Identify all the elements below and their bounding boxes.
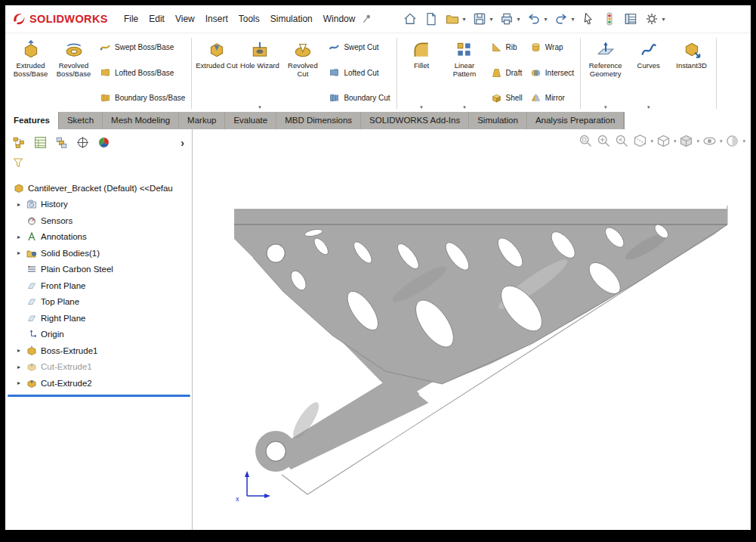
propertymanager-icon[interactable]	[34, 136, 47, 149]
shell-button[interactable]: Shell	[491, 92, 523, 104]
expand-arrow-icon[interactable]: ▸	[17, 234, 26, 240]
print-button[interactable]	[497, 9, 517, 29]
extruded-cut-button[interactable]: Extruded Cut	[195, 36, 238, 111]
tab-features[interactable]: Features	[5, 112, 59, 129]
graphics-area[interactable]: ▾ ▾ ▾ ▾ ▾	[193, 129, 751, 530]
wrap-button[interactable]: Wrap	[530, 42, 574, 53]
edit-appearance-dropdown-caret[interactable]: ▾	[742, 138, 745, 144]
display-style-dropdown-caret[interactable]: ▾	[696, 138, 699, 144]
options-button[interactable]	[642, 9, 662, 29]
task-pane-button[interactable]	[621, 9, 641, 29]
configurationmanager-icon[interactable]	[55, 136, 68, 149]
curves-button[interactable]: Curves ▾	[627, 36, 670, 111]
stoplight-button[interactable]	[600, 9, 620, 29]
edit-appearance-icon[interactable]	[724, 133, 740, 149]
flyout-expand-icon[interactable]: ›	[181, 138, 184, 148]
mirror-button[interactable]: Mirror	[530, 92, 574, 104]
tab-mbd-dimensions[interactable]: MBD Dimensions	[276, 112, 361, 129]
undo-button[interactable]	[524, 9, 545, 29]
linear-pattern-dropdown-caret[interactable]: ▾	[463, 104, 466, 111]
menu-window[interactable]: Window	[318, 11, 361, 27]
redo-dropdown-caret[interactable]: ▾	[572, 16, 575, 23]
reference-geometry-dropdown-caret[interactable]: ▾	[604, 104, 607, 111]
tree-item-root[interactable]: Cantilever_Bracket (Default) <<Defau	[5, 180, 192, 197]
tab-solidworks-add-ins[interactable]: SOLIDWORKS Add-Ins	[361, 112, 469, 129]
featuremanager-tree-icon[interactable]	[13, 136, 26, 149]
zoom-fit-icon[interactable]	[578, 133, 594, 149]
view-orientation-dropdown-caret[interactable]: ▾	[674, 138, 677, 144]
save-dropdown-caret[interactable]: ▾	[489, 16, 492, 23]
lofted-boss-base-button[interactable]: Lofted Boss/Base	[100, 67, 185, 79]
zoom-area-icon[interactable]	[596, 133, 612, 149]
tab-mesh-modeling[interactable]: Mesh Modeling	[103, 112, 179, 129]
tree-item-sensors[interactable]: Sensors	[5, 212, 192, 229]
hole-wizard-dropdown-caret[interactable]: ▾	[258, 104, 261, 111]
options-dropdown-caret[interactable]: ▾	[662, 16, 665, 23]
expand-arrow-icon[interactable]: ▸	[17, 347, 26, 354]
rib-button[interactable]: Rib	[491, 42, 523, 53]
swept-cut-button[interactable]: Swept Cut	[329, 42, 390, 53]
tab-analysis-preparation[interactable]: Analysis Preparation	[527, 112, 624, 129]
tree-item-annotations[interactable]: ▸ Annotations	[5, 229, 192, 246]
tree-item-history[interactable]: ▸ History	[5, 197, 192, 213]
tab-markup[interactable]: Markup	[179, 112, 225, 129]
instant3d-button[interactable]: Instant3D	[670, 36, 713, 111]
menu-pin-button[interactable]	[362, 14, 372, 24]
tree-item-plain-carbon-steel[interactable]: Plain Carbon Steel	[5, 262, 192, 278]
hide-show-dropdown-caret[interactable]: ▾	[720, 138, 723, 144]
rollback-bar[interactable]	[8, 395, 190, 398]
tree-item-solid-bodies[interactable]: ▸ Solid Bodies(1)	[5, 245, 192, 262]
previous-view-icon[interactable]	[614, 133, 630, 149]
section-view-dropdown-caret[interactable]: ▾	[650, 138, 653, 144]
open-button[interactable]	[442, 9, 462, 29]
expand-arrow-icon[interactable]: ▸	[17, 249, 26, 256]
hole-wizard-button[interactable]: Hole Wizard ▾	[238, 36, 281, 111]
menu-view[interactable]: View	[170, 11, 200, 27]
view-orientation-icon[interactable]	[656, 133, 671, 149]
draft-button[interactable]: Draft	[491, 67, 523, 79]
tab-simulation[interactable]: Simulation	[469, 112, 527, 129]
revolved-cut-button[interactable]: Revolved Cut	[281, 36, 324, 111]
menu-simulation[interactable]: Simulation	[265, 11, 318, 27]
boundary-cut-button[interactable]: Boundary Cut	[329, 92, 390, 104]
menu-edit[interactable]: Edit	[143, 11, 170, 27]
curves-dropdown-caret[interactable]: ▾	[647, 104, 650, 111]
tree-item-front-plane[interactable]: Front Plane	[5, 277, 192, 294]
menu-file[interactable]: File	[119, 11, 143, 27]
menu-insert[interactable]: Insert	[200, 11, 233, 27]
open-dropdown-caret[interactable]: ▾	[462, 16, 465, 23]
expand-arrow-icon[interactable]: ▸	[17, 201, 26, 208]
tree-item-right-plane[interactable]: Right Plane	[5, 310, 192, 327]
dimxpertmanager-icon[interactable]	[76, 136, 89, 149]
tree-item-cut-extrude1[interactable]: ▸ Cut-Extrude1	[5, 359, 192, 376]
hide-show-items-icon[interactable]	[702, 133, 717, 149]
cantilever-bracket-model[interactable]: x	[193, 129, 751, 530]
filter-funnel-icon[interactable]	[13, 157, 23, 168]
section-view-icon[interactable]	[632, 133, 648, 149]
boundary-boss-base-button[interactable]: Boundary Boss/Base	[100, 92, 185, 104]
tree-item-boss-extrude1[interactable]: ▸ Boss-Extrude1	[5, 342, 192, 359]
tree-item-top-plane[interactable]: Top Plane	[5, 294, 192, 311]
print-dropdown-caret[interactable]: ▾	[517, 16, 520, 23]
lofted-cut-button[interactable]: Lofted Cut	[329, 67, 390, 79]
tab-sketch[interactable]: Sketch	[59, 112, 103, 129]
redo-button[interactable]	[551, 9, 572, 29]
new-document-button[interactable]	[421, 9, 441, 29]
save-button[interactable]	[469, 9, 489, 29]
tab-evaluate[interactable]: Evaluate	[225, 112, 276, 129]
fillet-button[interactable]: Fillet ▾	[400, 36, 443, 111]
display-style-icon[interactable]	[678, 133, 694, 149]
tree-item-origin[interactable]: Origin	[5, 327, 192, 343]
displaymanager-icon[interactable]	[97, 136, 110, 149]
tree-item-cut-extrude2[interactable]: ▸ Cut-Extrude2	[5, 375, 192, 392]
expand-arrow-icon[interactable]: ▸	[17, 379, 26, 386]
home-button[interactable]	[400, 9, 420, 29]
undo-dropdown-caret[interactable]: ▾	[545, 16, 548, 23]
fillet-dropdown-caret[interactable]: ▾	[420, 104, 423, 111]
intersect-button[interactable]: Intersect	[530, 67, 574, 79]
swept-boss-base-button[interactable]: Swept Boss/Base	[100, 42, 185, 53]
linear-pattern-button[interactable]: Linear Pattern ▾	[443, 36, 486, 111]
expand-arrow-icon[interactable]: ▸	[17, 364, 26, 370]
select-button[interactable]	[579, 9, 599, 29]
reference-geometry-button[interactable]: Reference Geometry ▾	[584, 36, 627, 111]
